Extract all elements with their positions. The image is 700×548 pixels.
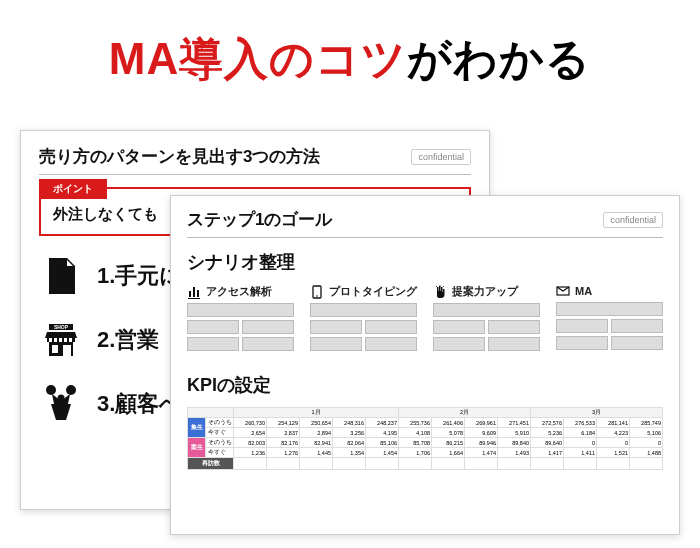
chart-icon — [187, 285, 201, 299]
diagram-placeholder — [187, 303, 294, 363]
table-row: 案生そのうち82,00382,17682,94182,06485,10685,7… — [188, 438, 663, 448]
cell: 272,576 — [531, 418, 564, 428]
cell: 82,064 — [333, 438, 366, 448]
diagram-placeholder — [310, 303, 417, 363]
svg-point-6 — [66, 385, 76, 395]
cell: 4,223 — [597, 428, 630, 438]
cell: 0 — [630, 438, 663, 448]
category-row: アクセス解析 プロトタイピング — [187, 284, 663, 363]
category-label: アクセス解析 — [206, 284, 272, 299]
cell: 248,237 — [366, 418, 399, 428]
table-row: 集生そのうち260,730254,129250,654248,316248,23… — [188, 418, 663, 428]
category-item: 提案力アップ — [433, 284, 540, 363]
cell: 6,184 — [564, 428, 597, 438]
cell: 5,236 — [531, 428, 564, 438]
cell: 1,474 — [465, 448, 498, 458]
category-item: MA — [556, 284, 663, 363]
cell: 85,106 — [366, 438, 399, 448]
cheer-icon — [39, 382, 83, 426]
cell: 4,195 — [366, 428, 399, 438]
cell: 1,411 — [564, 448, 597, 458]
cell: 285,749 — [630, 418, 663, 428]
headline-part3: がわかる — [407, 34, 591, 83]
svg-rect-4 — [63, 345, 71, 356]
cell: 1,236 — [234, 448, 267, 458]
section-heading: シナリオ整理 — [187, 250, 663, 274]
slide-back-title: 売り方のパターンを見出す3つの方法 — [39, 145, 320, 168]
cell: 89,640 — [531, 438, 564, 448]
cell: 9,609 — [465, 428, 498, 438]
diagram-placeholder — [433, 303, 540, 363]
cell: 82,176 — [267, 438, 300, 448]
cell: 271,451 — [498, 418, 531, 428]
table-row: 今すぐ2,6542,8372,8943,2564,1954,1085,0789,… — [188, 428, 663, 438]
row-label: そのうち — [206, 438, 234, 448]
cell: 0 — [597, 438, 630, 448]
cell: 1,417 — [531, 448, 564, 458]
cell: 1,521 — [597, 448, 630, 458]
cell: 1,488 — [630, 448, 663, 458]
cell: 1,493 — [498, 448, 531, 458]
list-item-label: 2.営業 — [97, 325, 159, 355]
document-icon — [39, 254, 83, 298]
slide-front-header: ステップ1のゴール confidential — [187, 208, 663, 238]
cell: 89,946 — [465, 438, 498, 448]
cell: 89,840 — [498, 438, 531, 448]
cell: 2,837 — [267, 428, 300, 438]
headline-part1: MA導入 — [109, 34, 269, 83]
table-row: 1月 2月 3月 — [188, 408, 663, 418]
cell: 82,003 — [234, 438, 267, 448]
row-label: 今すぐ — [206, 428, 234, 438]
svg-point-9 — [316, 295, 318, 297]
cell: 2,654 — [234, 428, 267, 438]
group-label: 再訪数 — [188, 458, 234, 470]
cell: 269,961 — [465, 418, 498, 428]
cell: 1,706 — [399, 448, 432, 458]
section-heading: KPIの設定 — [187, 373, 663, 397]
row-label: 今すぐ — [206, 448, 234, 458]
row-label: そのうち — [206, 418, 234, 428]
month-header: 2月 — [399, 408, 531, 418]
svg-point-5 — [46, 385, 56, 395]
cell: 250,654 — [300, 418, 333, 428]
category-label: MA — [575, 285, 592, 297]
month-header: 3月 — [531, 408, 663, 418]
point-tag: ポイント — [39, 179, 107, 199]
cell: 1,454 — [366, 448, 399, 458]
cell: 255,736 — [399, 418, 432, 428]
slide-front-title: ステップ1のゴール — [187, 208, 332, 231]
cell: 5,078 — [432, 428, 465, 438]
table-row: 今すぐ1,2361,2761,4451,3541,4541,7061,6641,… — [188, 448, 663, 458]
cell: 0 — [564, 438, 597, 448]
group-label: 案生 — [188, 438, 206, 458]
cell: 1,276 — [267, 448, 300, 458]
category-label: プロトタイピング — [329, 284, 417, 299]
cell: 1,445 — [300, 448, 333, 458]
slide-back-header: 売り方のパターンを見出す3つの方法 confidential — [39, 145, 471, 175]
cell: 85,708 — [399, 438, 432, 448]
shop-icon: SHOP — [39, 318, 83, 362]
headline: MA導入のコツがわかる — [0, 0, 700, 109]
kpi-table: 1月 2月 3月 集生そのうち260,730254,129250,654248,… — [187, 407, 663, 470]
cell: 254,129 — [267, 418, 300, 428]
cell: 82,941 — [300, 438, 333, 448]
svg-rect-3 — [52, 345, 58, 353]
cell: 276,533 — [564, 418, 597, 428]
cell: 261,406 — [432, 418, 465, 428]
cell: 1,664 — [432, 448, 465, 458]
confidential-badge: confidential — [411, 149, 471, 165]
cell: 248,316 — [333, 418, 366, 428]
cell: 86,215 — [432, 438, 465, 448]
diagram-placeholder — [556, 302, 663, 362]
phone-icon — [310, 285, 324, 299]
month-header: 1月 — [234, 408, 399, 418]
category-label: 提案力アップ — [452, 284, 518, 299]
cell: 1,354 — [333, 448, 366, 458]
category-item: プロトタイピング — [310, 284, 417, 363]
cell: 5,106 — [630, 428, 663, 438]
cell: 260,730 — [234, 418, 267, 428]
cell: 5,910 — [498, 428, 531, 438]
group-label: 集生 — [188, 418, 206, 438]
headline-part2: のコツ — [269, 34, 407, 83]
confidential-badge: confidential — [603, 212, 663, 228]
